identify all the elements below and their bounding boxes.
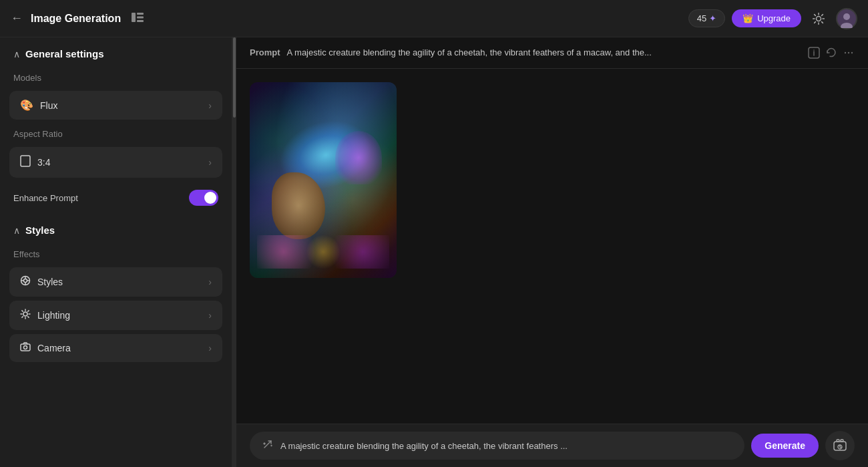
styles-option-label: Styles: [37, 277, 63, 287]
model-label: Flux: [40, 100, 57, 111]
header-left: ← Image Generation: [11, 11, 144, 25]
avatar-icon: [837, 9, 856, 28]
svg-point-37: [845, 52, 846, 53]
prompt-input[interactable]: [280, 441, 732, 451]
input-prefix-icon: [262, 438, 274, 453]
camera-option-label: Camera: [37, 343, 71, 353]
sun-small-icon: [20, 309, 31, 319]
rectangle-icon: [20, 155, 31, 167]
sun-icon: [813, 13, 825, 25]
styles-collapse-icon: ∧: [13, 225, 20, 236]
prompt-bar: Prompt A majestic creature blending the …: [236, 37, 868, 69]
bottom-input-wrapper: [250, 432, 744, 460]
camera-icon: [20, 342, 31, 354]
model-icon: 🎨: [20, 99, 33, 112]
svg-rect-42: [841, 440, 843, 442]
image-area: [236, 69, 868, 424]
styles-section-header[interactable]: ∧ Styles: [0, 214, 232, 244]
svg-rect-41: [837, 440, 839, 442]
scrollbar-thumb: [233, 37, 236, 118]
styles-option-row[interactable]: Styles ›: [9, 267, 222, 297]
generated-image: [250, 82, 397, 278]
styles-circle-icon: [20, 275, 31, 286]
enhance-prompt-label: Enhance Prompt: [13, 193, 78, 203]
models-label: Models: [0, 67, 232, 87]
svg-line-11: [815, 21, 816, 23]
svg-point-14: [843, 13, 850, 20]
svg-rect-3: [137, 20, 144, 22]
back-button[interactable]: ←: [11, 11, 23, 25]
aspect-ratio-value: 3:4: [37, 157, 50, 168]
svg-point-18: [24, 279, 27, 283]
lighting-option-row[interactable]: Lighting ›: [9, 301, 222, 330]
svg-rect-1: [137, 13, 144, 15]
lighting-chevron-icon: ›: [208, 310, 212, 321]
content-area: Prompt A majestic creature blending the …: [236, 37, 868, 467]
styles-option-left: Styles: [20, 275, 63, 289]
svg-point-23: [23, 312, 27, 316]
svg-rect-16: [21, 156, 30, 166]
svg-point-38: [848, 52, 849, 53]
main-layout: ∧ General settings Models 🎨 Flux › Aspec…: [0, 37, 868, 467]
svg-line-28: [22, 311, 23, 311]
camera-option-left: Camera: [20, 342, 71, 354]
svg-rect-2: [137, 16, 144, 18]
history-icon: [833, 438, 847, 453]
prompt-info-button[interactable]: [808, 47, 820, 59]
svg-point-4: [817, 16, 821, 21]
avatar-button[interactable]: [836, 8, 857, 29]
model-option-row[interactable]: 🎨 Flux ›: [9, 91, 222, 120]
svg-line-29: [28, 317, 29, 317]
aspect-ratio-option-row[interactable]: 3:4 ›: [9, 147, 222, 178]
svg-line-31: [28, 311, 29, 311]
svg-rect-32: [21, 344, 30, 351]
upgrade-button[interactable]: 👑 Upgrade: [732, 9, 801, 27]
prompt-text: A majestic creature blending the agility…: [287, 47, 802, 59]
more-icon: [843, 47, 855, 59]
effects-label: Effects: [0, 244, 232, 263]
magic-icon: [262, 438, 274, 450]
svg-line-9: [815, 14, 816, 15]
prompt-actions: [808, 47, 855, 59]
history-button[interactable]: [825, 431, 855, 460]
sidebar-icon: [132, 13, 144, 22]
sidebar-toggle-button[interactable]: [132, 13, 144, 25]
svg-line-45: [840, 447, 841, 448]
svg-line-10: [822, 21, 823, 23]
prompt-refresh-button[interactable]: [825, 47, 837, 59]
camera-option-row[interactable]: Camera ›: [9, 334, 222, 362]
styles-icon: [20, 275, 31, 289]
svg-rect-0: [132, 13, 136, 22]
prompt-more-button[interactable]: [843, 47, 855, 59]
camera-svg-icon: [20, 342, 31, 351]
enhance-prompt-toggle[interactable]: [189, 190, 218, 206]
settings-button[interactable]: [808, 8, 829, 29]
aspect-ratio-option-left: 3:4: [20, 155, 50, 170]
refresh-icon: [825, 47, 837, 59]
svg-point-33: [24, 346, 27, 349]
general-settings-title: General settings: [25, 48, 104, 59]
app-header: ← Image Generation 45 ✦ 👑 Upgrade: [0, 0, 868, 37]
image-glow: [250, 82, 397, 278]
crown-icon: 👑: [742, 13, 753, 23]
info-icon: [808, 47, 820, 59]
styles-section-title: Styles: [25, 224, 55, 236]
svg-line-30: [22, 317, 23, 317]
credits-badge: 45 ✦: [688, 9, 725, 27]
app-title: Image Generation: [31, 13, 121, 25]
lighting-option-label: Lighting: [37, 310, 70, 321]
credits-star-icon: ✦: [709, 13, 716, 23]
upgrade-label: Upgrade: [757, 13, 791, 23]
general-settings-header[interactable]: ∧ General settings: [0, 37, 232, 67]
bottom-bar: Generate: [236, 424, 868, 467]
svg-point-36: [813, 49, 815, 51]
lighting-option-left: Lighting: [20, 309, 70, 322]
collapse-icon: ∧: [13, 49, 20, 59]
generate-button[interactable]: Generate: [751, 434, 819, 458]
model-option-left: 🎨 Flux: [20, 99, 57, 112]
aspect-ratio-icon: [20, 155, 31, 170]
aspect-ratio-chevron-icon: ›: [208, 157, 212, 168]
enhance-prompt-row: Enhance Prompt: [0, 182, 232, 214]
svg-point-39: [851, 52, 853, 53]
styles-chevron-icon: ›: [208, 277, 212, 287]
